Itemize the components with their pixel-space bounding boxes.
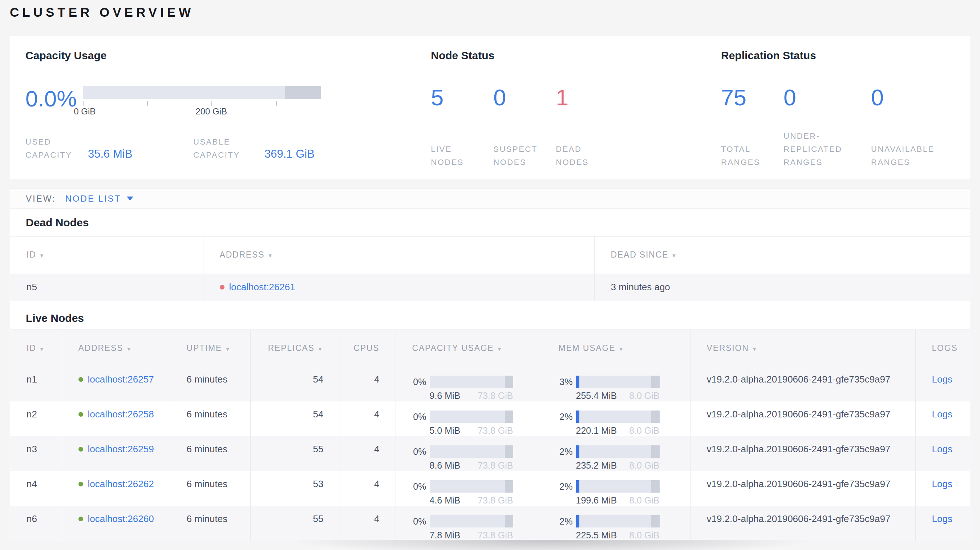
memory-usage-fill [576, 480, 579, 493]
live-status-dot-icon [78, 447, 83, 451]
memory-usage-fill [576, 515, 579, 528]
node-address-link[interactable]: localhost:26258 [88, 409, 154, 420]
column-header-address[interactable]: ADDRESS▼ [203, 237, 594, 273]
logs-link[interactable]: Logs [932, 409, 952, 420]
replication-status-section: Replication Status 75 TOTAL RANGES 0 UND… [721, 49, 955, 168]
version-cell: v19.2.0-alpha.20190606-2491-gfe735c9a97 [690, 506, 915, 541]
capacity-usage-cell: 0%7.8 MiB73.8 GiB [396, 506, 542, 541]
dead-nodes-count: 1 [556, 85, 721, 109]
memory-usage-bar [576, 445, 660, 458]
dropdown-caret-icon [127, 197, 133, 200]
address-wrap: localhost:26262 [78, 478, 170, 490]
column-header-dead_since[interactable]: DEAD SINCE▼ [594, 237, 970, 273]
usable-capacity-label: USABLE CAPACITY [193, 135, 264, 162]
memory-usage-values: 235.2 MiB8.0 GiB [576, 460, 660, 471]
capacity-usage-line: 0% [406, 480, 542, 493]
sort-desc-icon: ▼ [618, 346, 624, 352]
usable-capacity-stat: USABLE CAPACITY 369.1 GiB [193, 135, 315, 162]
sort-desc-icon: ▼ [752, 346, 758, 352]
column-header-capacity[interactable]: CAPACITY USAGE▼ [396, 329, 542, 367]
memory-reserved-segment [651, 376, 660, 388]
cpus-cell: 4 [340, 367, 396, 401]
node-address-link[interactable]: localhost:26261 [229, 281, 295, 293]
suspect-nodes-count: 0 [493, 85, 556, 109]
node-status-section: Node Status 5 LIVE NODES 0 SUSPECT NODES… [431, 49, 721, 168]
capacity-usage-values: 9.6 MiB73.8 GiB [430, 391, 513, 401]
node-address-link[interactable]: localhost:26260 [88, 513, 154, 525]
column-header-id[interactable]: ID▼ [10, 237, 203, 273]
column-header-label: UPTIME [187, 343, 222, 353]
memory-total-value: 8.0 GiB [629, 530, 659, 540]
capacity-usage-values: 5.0 MiB73.8 GiB [430, 425, 513, 436]
capacity-usage-percent: 0% [406, 377, 426, 387]
column-header-memory[interactable]: MEM USAGE▼ [542, 329, 690, 367]
capacity-usage-bar [430, 445, 513, 458]
node-address-cell: localhost:26259 [62, 436, 170, 471]
logs-link[interactable]: Logs [932, 443, 952, 455]
capacity-total-value: 73.8 GiB [478, 425, 513, 436]
memory-usage-line: 2% [552, 445, 690, 458]
live-status-dot-icon [78, 482, 83, 486]
column-header-uptime[interactable]: UPTIME▼ [170, 329, 250, 367]
uptime-cell: 6 minutes [170, 401, 250, 436]
node-id-cell: n2 [10, 401, 62, 436]
node-address-cell: localhost:26262 [62, 471, 170, 506]
capacity-used-value: 7.8 MiB [430, 530, 461, 540]
memory-usage-cell: 2%199.6 MiB8.0 GiB [542, 471, 690, 506]
capacity-usage-bar [430, 480, 513, 493]
node-id-cell: n3 [10, 436, 62, 471]
address-wrap: localhost:26260 [78, 513, 170, 525]
column-header-label: LOGS [932, 343, 958, 353]
node-id-cell: n6 [10, 506, 62, 541]
capacity-usage-section: Capacity Usage 0.0% 0 GiB [25, 49, 431, 168]
logs-link[interactable]: Logs [932, 478, 952, 490]
capacity-usage-values: 7.8 MiB73.8 GiB [430, 530, 513, 540]
capacity-usage-chart: 0 GiB 200 GiB [83, 86, 321, 117]
live-status-dot-icon [78, 517, 83, 521]
column-header-label: REPLICAS [268, 343, 315, 353]
memory-usage-line: 3% [552, 376, 690, 388]
column-header-address[interactable]: ADDRESS▼ [62, 329, 170, 367]
replicas-cell: 55 [250, 436, 340, 471]
memory-used-value: 199.6 MiB [576, 495, 617, 505]
logs-link[interactable]: Logs [932, 374, 952, 385]
dead-status-dot-icon [220, 285, 224, 289]
summary-card: Capacity Usage 0.0% 0 GiB [10, 36, 970, 179]
dead-nodes-label: DEAD NODES [556, 129, 608, 169]
capacity-usage-cell: 0%8.6 MiB73.8 GiB [396, 436, 542, 471]
node-address-link[interactable]: localhost:26262 [88, 478, 154, 490]
column-header-replicas[interactable]: REPLICAS▼ [250, 329, 340, 367]
used-capacity-value: 35.6 MiB [88, 148, 132, 162]
version-cell: v19.2.0-alpha.20190606-2491-gfe735c9a97 [690, 436, 915, 471]
unavailable-ranges-label: UNAVAILABLE RANGES [871, 129, 955, 169]
node-address-link[interactable]: localhost:26257 [88, 374, 154, 385]
memory-usage-bar [576, 480, 660, 493]
column-header-version[interactable]: VERSION▼ [690, 329, 915, 367]
sort-desc-icon: ▼ [671, 253, 678, 259]
live-node-row: n3localhost:262596 minutes5540%8.6 MiB73… [10, 436, 970, 471]
memory-usage-fill [576, 445, 579, 458]
column-header-id[interactable]: ID▼ [10, 329, 62, 367]
replication-status-title: Replication Status [721, 49, 955, 62]
memory-total-value: 8.0 GiB [629, 425, 659, 436]
node-id-cell: n1 [10, 367, 62, 401]
memory-total-value: 8.0 GiB [629, 391, 659, 401]
capacity-usage-percent: 0% [406, 516, 426, 527]
logs-cell: Logs [915, 401, 970, 436]
nodes-panel: Dead Nodes ID▼ADDRESS▼DEAD SINCE▼ n5loca… [10, 208, 970, 541]
sort-desc-icon: ▼ [39, 253, 45, 259]
view-bar: VIEW: NODE LIST [10, 189, 970, 208]
view-selector-dropdown[interactable]: NODE LIST [65, 194, 134, 204]
node-address-link[interactable]: localhost:26259 [88, 443, 154, 455]
cpus-cell: 4 [340, 506, 396, 541]
capacity-reserved-segment [505, 410, 513, 423]
column-header-label: CAPACITY USAGE [412, 343, 494, 353]
logs-cell: Logs [915, 367, 970, 401]
logs-link[interactable]: Logs [932, 513, 952, 524]
capacity-reserved-segment [285, 86, 321, 99]
memory-usage-percent: 2% [552, 481, 573, 492]
sort-desc-icon: ▼ [126, 346, 132, 352]
capacity-usage-bar [430, 376, 513, 388]
node-address-cell: localhost:26258 [62, 401, 170, 436]
sort-desc-icon: ▼ [225, 346, 231, 352]
